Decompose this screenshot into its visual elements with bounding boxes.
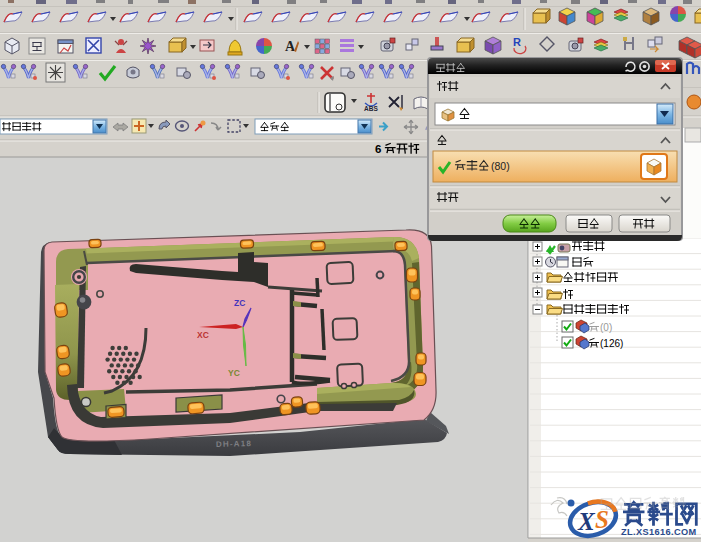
svg-text:XC: XC [197, 330, 209, 340]
svg-text:R: R [513, 36, 521, 48]
svg-text:ZL.XS1616.COM: ZL.XS1616.COM [621, 527, 697, 537]
svg-text:(126): (126) [600, 338, 623, 349]
svg-text:A: A [285, 39, 296, 54]
svg-text:6: 6 [375, 143, 381, 155]
svg-text:YC: YC [228, 368, 240, 378]
svg-text:(0): (0) [600, 322, 612, 333]
svg-text:ZC: ZC [234, 298, 245, 308]
svg-text:X: X [577, 508, 596, 535]
svg-text:S: S [595, 506, 609, 533]
svg-text:ABS: ABS [364, 105, 378, 112]
svg-text:(80): (80) [491, 160, 510, 172]
svg-text:DH-A18: DH-A18 [216, 439, 252, 449]
